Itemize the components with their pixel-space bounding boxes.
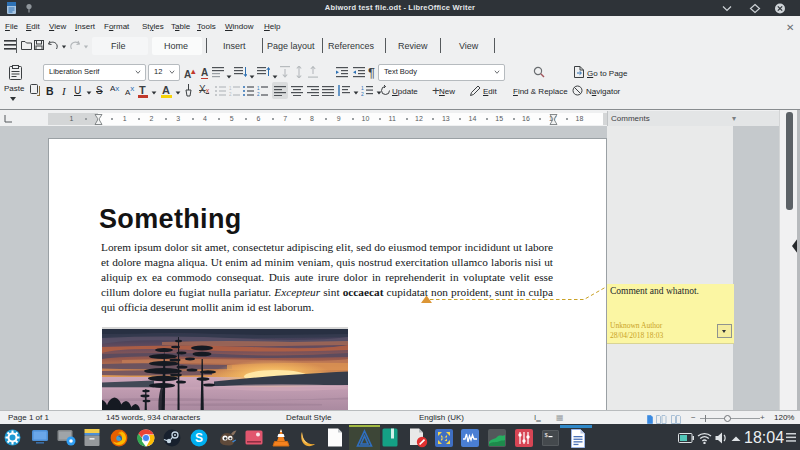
svg-text:2: 2 bbox=[257, 92, 260, 97]
svg-text:S: S bbox=[195, 431, 203, 445]
svg-text:1: 1 bbox=[229, 86, 232, 91]
svg-text:2: 2 bbox=[361, 91, 364, 96]
svg-text:2: 2 bbox=[229, 92, 232, 97]
svg-text:1: 1 bbox=[257, 86, 260, 91]
